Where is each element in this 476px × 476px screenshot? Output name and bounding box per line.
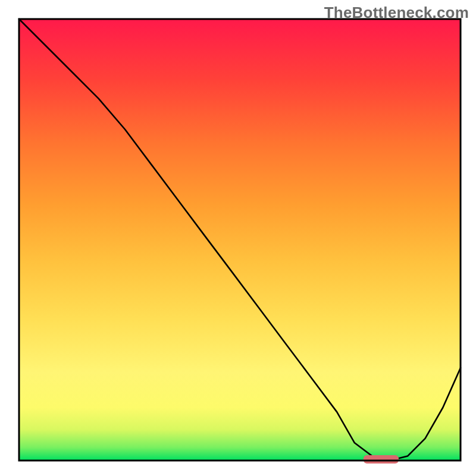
watermark-label: TheBottleneck.com: [324, 4, 469, 22]
bottleneck-chart: [0, 0, 476, 476]
chart-container: TheBottleneck.com: [0, 0, 476, 476]
optimal-marker: [364, 455, 399, 464]
